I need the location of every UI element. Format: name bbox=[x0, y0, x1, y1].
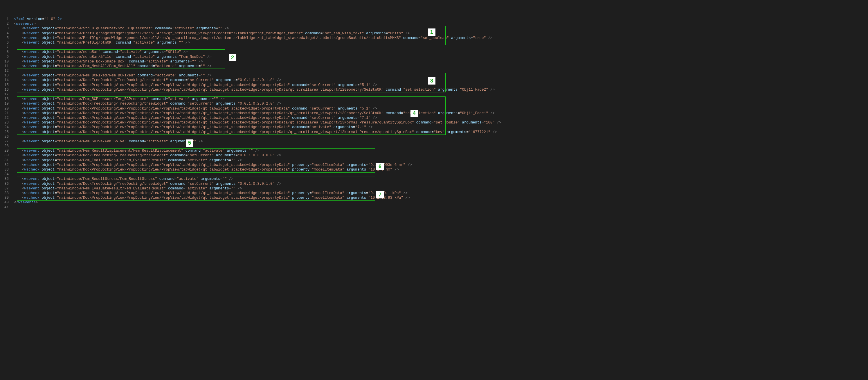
code-content[interactable]: <wsevent object="mainWindow/DockPropDock… bbox=[13, 87, 868, 92]
code-content[interactable]: <wsevent object="mainWindow/Std_DlgUserP… bbox=[13, 26, 868, 31]
code-line[interactable]: 40</wsevents> bbox=[0, 200, 868, 205]
code-content[interactable]: <wsevent object="mainWindow/Fem_Evaluate… bbox=[13, 186, 868, 191]
code-content[interactable]: <wsevent object="mainWindow/DockPropDock… bbox=[13, 106, 868, 111]
code-content[interactable] bbox=[13, 68, 868, 73]
gutter-line-number: 5 bbox=[0, 36, 13, 40]
code-content[interactable]: <wsevent object="mainWindow/Fem_BCFixed/… bbox=[13, 73, 868, 78]
code-line[interactable]: 27<wsevent object="mainWindow/Fem_Solve/… bbox=[0, 139, 868, 144]
code-content[interactable]: <wscheck object="mainWindow/DockPropDock… bbox=[13, 196, 868, 200]
code-line[interactable]: 23<wsevent object="mainWindow/DockPropDo… bbox=[0, 120, 868, 125]
code-line[interactable]: 33<wscheck object="mainWindow/DockPropDo… bbox=[0, 167, 868, 172]
code-content[interactable]: <wsevent object="mainWindow/DockTreeDock… bbox=[13, 78, 868, 83]
code-content[interactable]: <wsevent object="mainWindow/DockTreeDock… bbox=[13, 153, 868, 158]
code-line[interactable]: 20<wsevent object="mainWindow/DockPropDo… bbox=[0, 106, 868, 111]
code-line[interactable]: 37<wsevent object="mainWindow/Fem_Evalua… bbox=[0, 186, 868, 191]
code-line[interactable]: 28 bbox=[0, 144, 868, 148]
code-content[interactable]: <wsevent object="mainWindow/Fem_BCPressu… bbox=[13, 97, 868, 101]
code-line[interactable]: 10<wsevent object="mainWindow/Shape_Box/… bbox=[0, 59, 868, 64]
code-content[interactable]: <wsevent object="mainWindow/menuBar/&Fil… bbox=[13, 55, 868, 59]
code-content[interactable]: <wsevent object="mainWindow/Fem_ResultDi… bbox=[13, 148, 868, 153]
code-line[interactable]: 36<wsevent object="mainWindow/DockTreeDo… bbox=[0, 182, 868, 186]
code-line[interactable]: 31<wsevent object="mainWindow/Fem_Evalua… bbox=[0, 158, 868, 163]
code-line[interactable]: 8<wsevent object="mainWindow/menuBar" co… bbox=[0, 50, 868, 54]
code-content[interactable] bbox=[13, 144, 868, 148]
code-line[interactable]: 1<?xml version="1.0" ?> bbox=[0, 17, 868, 22]
code-content[interactable] bbox=[13, 92, 868, 97]
code-editor[interactable]: 1<?xml version="1.0" ?>2<wsevents>3<wsev… bbox=[0, 16, 868, 210]
code-line[interactable]: 13<wsevent object="mainWindow/Fem_BCFixe… bbox=[0, 73, 868, 78]
code-line[interactable]: 3<wsevent object="mainWindow/Std_DlgUser… bbox=[0, 26, 868, 31]
code-content[interactable]: <wsevent object="mainWindow/menuBar" com… bbox=[13, 50, 868, 54]
code-content[interactable] bbox=[13, 135, 868, 139]
code-content[interactable]: <wscheck object="mainWindow/DockPropDock… bbox=[13, 167, 868, 172]
code-line[interactable]: 12 bbox=[0, 68, 868, 73]
code-content[interactable]: <wsevent object="mainWindow/PrefDlg/page… bbox=[13, 31, 868, 36]
gutter-line-number: 7 bbox=[0, 45, 13, 50]
code-line[interactable]: 7 bbox=[0, 45, 868, 50]
code-content[interactable]: <wsevent object="mainWindow/Fem_Evaluate… bbox=[13, 158, 868, 163]
code-line[interactable]: 22<wsevent object="mainWindow/DockPropDo… bbox=[0, 116, 868, 120]
code-content[interactable]: <wsevent object="mainWindow/DockPropDock… bbox=[13, 111, 868, 116]
code-content[interactable] bbox=[13, 172, 868, 177]
code-line[interactable]: 11<wsevent object="mainWindow/Fem_MeshAl… bbox=[0, 64, 868, 68]
code-content[interactable]: <wsevent object="mainWindow/DockPropDock… bbox=[13, 125, 868, 129]
code-line[interactable]: 14<wsevent object="mainWindow/DockTreeDo… bbox=[0, 78, 868, 83]
code-line[interactable]: 32<wscheck object="mainWindow/DockPropDo… bbox=[0, 163, 868, 167]
gutter-line-number: 6 bbox=[0, 40, 13, 45]
code-line[interactable]: 9<wsevent object="mainWindow/menuBar/&Fi… bbox=[0, 55, 868, 59]
code-line[interactable]: 15<wsevent object="mainWindow/DockPropDo… bbox=[0, 83, 868, 87]
code-content[interactable]: <wsevent object="mainWindow/Fem_MeshAll/… bbox=[13, 64, 868, 68]
code-line[interactable]: 29<wsevent object="mainWindow/Fem_Result… bbox=[0, 148, 868, 153]
code-content[interactable]: </wsevents> bbox=[13, 200, 868, 205]
gutter-line-number: 13 bbox=[0, 73, 13, 78]
code-content[interactable]: <wsevent object="mainWindow/DockPropDock… bbox=[13, 116, 868, 120]
code-content[interactable] bbox=[13, 45, 868, 50]
code-content[interactable]: <?xml version="1.0" ?> bbox=[13, 17, 868, 22]
code-line[interactable]: 18<wsevent object="mainWindow/Fem_BCPres… bbox=[0, 97, 868, 101]
code-line[interactable]: 34 bbox=[0, 172, 868, 177]
code-line[interactable]: 5<wsevent object="mainWindow/PrefDlg/pag… bbox=[0, 36, 868, 40]
code-content[interactable] bbox=[13, 205, 868, 210]
gutter-line-number: 28 bbox=[0, 144, 13, 148]
gutter-line-number: 22 bbox=[0, 116, 13, 120]
code-content[interactable]: <wscheck object="mainWindow/DockPropDock… bbox=[13, 163, 868, 167]
gutter-line-number: 27 bbox=[0, 139, 13, 144]
code-content[interactable]: <wscheck object="mainWindow/DockPropDock… bbox=[13, 191, 868, 196]
code-content[interactable]: <wsevent object="mainWindow/PrefDlg/page… bbox=[13, 36, 868, 40]
code-line[interactable]: 6<wsevent object="mainWindow/PrefDlg/btn… bbox=[0, 40, 868, 45]
code-line[interactable]: 16<wsevent object="mainWindow/DockPropDo… bbox=[0, 87, 868, 92]
code-content[interactable]: <wsevent object="mainWindow/Shape_Box/Sh… bbox=[13, 59, 868, 64]
code-line[interactable]: 30<wsevent object="mainWindow/DockTreeDo… bbox=[0, 153, 868, 158]
code-content[interactable]: <wsevent object="mainWindow/DockPropDock… bbox=[13, 130, 868, 135]
code-line[interactable]: 21<wsevent object="mainWindow/DockPropDo… bbox=[0, 111, 868, 116]
code-content[interactable]: <wsevent object="mainWindow/DockPropDock… bbox=[13, 83, 868, 87]
code-content[interactable]: <wsevents> bbox=[13, 22, 868, 26]
code-line[interactable]: 38<wscheck object="mainWindow/DockPropDo… bbox=[0, 191, 868, 196]
gutter-line-number: 21 bbox=[0, 111, 13, 116]
gutter-line-number: 34 bbox=[0, 172, 13, 177]
code-line[interactable]: 4<wsevent object="mainWindow/PrefDlg/pag… bbox=[0, 31, 868, 36]
code-line[interactable]: 19<wsevent object="mainWindow/DockTreeDo… bbox=[0, 101, 868, 106]
gutter-line-number: 30 bbox=[0, 153, 13, 158]
gutter-line-number: 26 bbox=[0, 135, 13, 139]
gutter-line-number: 32 bbox=[0, 163, 13, 167]
code-line[interactable]: 2<wsevents> bbox=[0, 22, 868, 26]
code-line[interactable]: 25<wsevent object="mainWindow/DockPropDo… bbox=[0, 130, 868, 135]
gutter-line-number: 39 bbox=[0, 196, 13, 200]
code-content[interactable]: <wsevent object="mainWindow/PrefDlg/btnO… bbox=[13, 40, 868, 45]
gutter-line-number: 29 bbox=[0, 148, 13, 153]
code-line[interactable]: 39<wscheck object="mainWindow/DockPropDo… bbox=[0, 196, 868, 200]
code-content[interactable]: <wsevent object="mainWindow/DockPropDock… bbox=[13, 120, 868, 125]
gutter-line-number: 3 bbox=[0, 26, 13, 31]
code-line[interactable]: 17 bbox=[0, 92, 868, 97]
code-content[interactable]: <wsevent object="mainWindow/Fem_Solve/Fe… bbox=[13, 139, 868, 144]
gutter-line-number: 10 bbox=[0, 59, 13, 64]
code-content[interactable]: <wsevent object="mainWindow/DockTreeDock… bbox=[13, 101, 868, 106]
gutter-line-number: 41 bbox=[0, 205, 13, 210]
code-line[interactable]: 26 bbox=[0, 135, 868, 139]
code-content[interactable]: <wsevent object="mainWindow/Fem_ResultSt… bbox=[13, 177, 868, 181]
code-line[interactable]: 24<wsevent object="mainWindow/DockPropDo… bbox=[0, 125, 868, 129]
code-content[interactable]: <wsevent object="mainWindow/DockTreeDock… bbox=[13, 182, 868, 186]
code-line[interactable]: 41 bbox=[0, 205, 868, 210]
code-line[interactable]: 35<wsevent object="mainWindow/Fem_Result… bbox=[0, 177, 868, 181]
